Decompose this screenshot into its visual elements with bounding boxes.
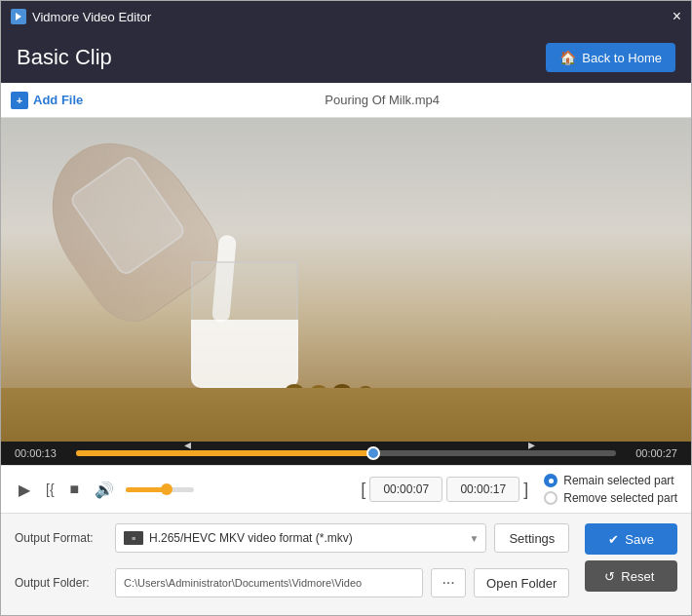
format-value: H.265/HEVC MKV video format (*.mkv) bbox=[149, 531, 478, 545]
page-title: Basic Clip bbox=[17, 45, 112, 70]
title-bar: Vidmore Video Editor × bbox=[1, 1, 691, 32]
timeline-progress bbox=[76, 450, 373, 456]
time-end: 00:00:27 bbox=[624, 447, 677, 459]
home-icon: 🏠 bbox=[559, 50, 576, 65]
clip-controls: [ ] bbox=[361, 477, 528, 502]
clip-end-input[interactable] bbox=[446, 477, 519, 502]
volume-thumb[interactable] bbox=[161, 483, 173, 495]
output-area: Output Format: ≡ H.265/HEVC MKV video fo… bbox=[1, 513, 691, 615]
open-folder-button[interactable]: Open Folder bbox=[474, 568, 569, 597]
folder-row: Output Folder: C:\Users\Administrator\Do… bbox=[15, 568, 569, 597]
remove-label: Remove selected part bbox=[563, 491, 677, 505]
format-select[interactable]: ≡ H.265/HEVC MKV video format (*.mkv) ▼ bbox=[115, 523, 486, 553]
remove-radio[interactable] bbox=[544, 491, 557, 505]
stop-button[interactable]: ■ bbox=[66, 479, 84, 500]
window-title: Vidmore Video Editor bbox=[32, 10, 151, 24]
play-button[interactable]: ▶ bbox=[15, 479, 34, 501]
action-buttons: ✔ Save ↺ Reset bbox=[585, 523, 677, 605]
header-bar: Basic Clip 🏠 Back to Home bbox=[1, 32, 691, 83]
volume-slider[interactable] bbox=[126, 487, 194, 492]
video-preview bbox=[1, 118, 691, 442]
timeline-thumb[interactable] bbox=[366, 446, 380, 460]
reset-button[interactable]: ↺ Reset bbox=[585, 560, 677, 592]
time-start: 00:00:13 bbox=[15, 447, 68, 459]
controls-area: ▶ [{ ■ 🔊 [ ] Remain selected part bbox=[1, 465, 691, 513]
folder-label: Output Folder: bbox=[15, 576, 107, 590]
timeline-area: 00:00:13 ◂ ▸ 00:00:27 bbox=[1, 442, 691, 465]
chevron-down-icon: ▼ bbox=[469, 533, 479, 544]
remove-option[interactable]: Remove selected part bbox=[544, 491, 677, 505]
save-button[interactable]: ✔ Save bbox=[585, 523, 677, 555]
app-icon bbox=[11, 9, 26, 24]
timeline-row: 00:00:13 ◂ ▸ 00:00:27 bbox=[15, 447, 677, 459]
stop-icon: ■ bbox=[70, 481, 80, 498]
save-label: Save bbox=[625, 532, 654, 547]
settings-button[interactable]: Settings bbox=[494, 523, 569, 553]
browse-folder-button[interactable]: ··· bbox=[431, 568, 466, 597]
remain-option[interactable]: Remain selected part bbox=[544, 474, 677, 487]
remain-label: Remain selected part bbox=[563, 474, 673, 487]
trim-right-marker[interactable]: ▸ bbox=[528, 437, 535, 452]
volume-button[interactable]: 🔊 bbox=[91, 479, 118, 501]
format-select-wrapper: ≡ H.265/HEVC MKV video format (*.mkv) ▼ bbox=[115, 523, 486, 553]
trim-left-marker[interactable]: ◂ bbox=[184, 437, 191, 452]
video-scene bbox=[1, 118, 691, 442]
radio-dot bbox=[549, 479, 554, 483]
title-bar-left: Vidmore Video Editor bbox=[11, 9, 151, 24]
toolbar: + Add File Pouring Of Milk.mp4 bbox=[1, 83, 691, 118]
clip-end-bracket: ] bbox=[523, 480, 528, 500]
folder-path-text: C:\Users\Administrator\Documents\Vidmore… bbox=[124, 577, 362, 589]
trim-button[interactable]: [{ bbox=[42, 480, 58, 499]
format-label: Output Format: bbox=[15, 531, 107, 545]
add-file-label: Add File bbox=[33, 93, 83, 107]
add-file-button[interactable]: + Add File bbox=[11, 92, 83, 109]
add-file-icon: + bbox=[11, 92, 28, 109]
reset-label: Reset bbox=[621, 569, 654, 584]
output-fields: Output Format: ≡ H.265/HEVC MKV video fo… bbox=[15, 523, 569, 605]
remain-radio[interactable] bbox=[544, 474, 557, 487]
svg-marker-1 bbox=[16, 13, 21, 20]
app-window: Vidmore Video Editor × Basic Clip 🏠 Back… bbox=[0, 0, 692, 616]
current-file-name: Pouring Of Milk.mp4 bbox=[83, 93, 681, 107]
format-row: Output Format: ≡ H.265/HEVC MKV video fo… bbox=[15, 523, 569, 553]
play-icon: ▶ bbox=[19, 481, 30, 499]
back-to-home-button[interactable]: 🏠 Back to Home bbox=[546, 43, 675, 72]
folder-path-display: C:\Users\Administrator\Documents\Vidmore… bbox=[115, 568, 423, 597]
clip-start-bracket: [ bbox=[361, 480, 365, 500]
format-icon: ≡ bbox=[124, 531, 143, 545]
table-surface bbox=[1, 388, 691, 442]
timeline-track[interactable]: ◂ ▸ bbox=[76, 450, 616, 456]
refresh-icon: ↺ bbox=[604, 569, 615, 584]
milk-in-glass bbox=[191, 320, 298, 388]
output-main-row: Output Format: ≡ H.265/HEVC MKV video fo… bbox=[15, 523, 677, 605]
volume-icon: 🔊 bbox=[95, 481, 114, 499]
clip-start-input[interactable] bbox=[369, 477, 442, 502]
back-button-label: Back to Home bbox=[582, 51, 662, 65]
trim-icon: [{ bbox=[46, 481, 55, 497]
selection-mode-group: Remain selected part Remove selected par… bbox=[544, 474, 677, 505]
close-button[interactable]: × bbox=[673, 9, 681, 24]
check-icon: ✔ bbox=[608, 532, 619, 547]
